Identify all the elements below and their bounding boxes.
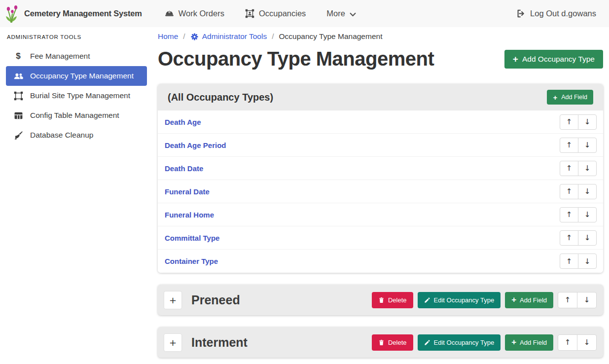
card-title: (All Occupancy Types) (168, 92, 273, 103)
sidebar-item-database-cleanup[interactable]: Database Cleanup (6, 125, 147, 145)
section-actions: Delete Edit Occupancy Type + Add Field ↑… (372, 292, 597, 308)
sign-out-icon (516, 9, 526, 18)
reorder-buttons: ↑ ↓ (560, 114, 597, 130)
top-navbar: Cemetery Management System Work Orders (0, 0, 609, 27)
plus-icon: + (511, 339, 516, 345)
arrow-up-icon: ↑ (566, 187, 573, 196)
move-up-button[interactable]: ↑ (560, 207, 578, 222)
field-link-committal-type[interactable]: Committal Type (165, 234, 219, 242)
move-down-button[interactable]: ↓ (578, 254, 597, 269)
delete-button[interactable]: Delete (372, 334, 413, 351)
breadcrumb-admin-tools-link[interactable]: Administrator Tools (190, 32, 267, 41)
all-occupancy-types-header: (All Occupancy Types) + Add Field (158, 84, 603, 110)
field-link-funeral-home[interactable]: Funeral Home (165, 211, 214, 219)
sidebar-item-fee-management[interactable]: $ Fee Management (6, 46, 147, 66)
move-down-button[interactable]: ↓ (578, 230, 597, 246)
field-row: Funeral Home ↑ ↓ (158, 203, 603, 226)
sidebar-item-config-table-management[interactable]: Config Table Management (6, 106, 147, 125)
move-down-button[interactable]: ↓ (578, 184, 597, 199)
move-up-button[interactable]: ↑ (560, 138, 578, 153)
field-row: Death Age Period ↑ ↓ (158, 134, 603, 157)
breadcrumb-home-link[interactable]: Home (158, 32, 178, 41)
add-field-button-all-types[interactable]: + Add Field (547, 90, 593, 105)
edit-occupancy-type-button[interactable]: Edit Occupancy Type (418, 292, 501, 308)
move-up-button[interactable]: ↑ (560, 230, 578, 246)
arrow-down-icon: ↓ (584, 187, 591, 196)
plus-icon: + (553, 95, 557, 100)
field-row: Funeral Date ↑ ↓ (158, 180, 603, 203)
arrow-down-icon: ↓ (584, 210, 591, 219)
users-icon (12, 72, 25, 81)
add-occupancy-type-button[interactable]: + Add Occupancy Type (504, 50, 603, 69)
move-down-button[interactable]: ↓ (578, 207, 597, 222)
section-actions: Delete Edit Occupancy Type + Add Field ↑… (372, 334, 597, 351)
broom-icon (12, 131, 25, 140)
table-icon (12, 111, 25, 120)
move-down-button[interactable]: ↓ (577, 334, 597, 351)
arrow-down-icon: ↓ (584, 233, 591, 242)
move-down-button[interactable]: ↓ (578, 138, 597, 153)
arrow-down-icon: ↓ (584, 338, 590, 347)
reorder-buttons: ↑ ↓ (560, 161, 597, 176)
all-occupancy-types-card: (All Occupancy Types) + Add Field Death … (158, 84, 603, 273)
field-link-death-date[interactable]: Death Date (165, 164, 203, 173)
move-up-button[interactable]: ↑ (560, 184, 578, 199)
move-up-button[interactable]: ↑ (560, 161, 578, 176)
nav-occupancies[interactable]: Occupancies (245, 9, 306, 18)
logout-button[interactable]: Log Out d.gowans (516, 9, 596, 18)
sidebar-item-label: Database Cleanup (30, 131, 93, 140)
move-up-button[interactable]: ↑ (560, 254, 578, 269)
trash-icon (378, 339, 385, 346)
reorder-buttons: ↑ ↓ (560, 230, 597, 246)
pencil-icon (424, 339, 430, 346)
main-content: Home / Administrat (153, 27, 609, 364)
move-up-button[interactable]: ↑ (558, 292, 577, 308)
occupancy-type-section-interment: + Interment Delete Edit Occupan (158, 327, 603, 358)
arrow-up-icon: ↑ (566, 210, 573, 219)
move-up-button[interactable]: ↑ (560, 114, 578, 130)
app-title: Cemetery Management System (24, 9, 142, 18)
add-field-button[interactable]: + Add Field (505, 292, 553, 308)
add-field-button[interactable]: + Add Field (505, 334, 553, 351)
expand-button[interactable]: + (164, 291, 181, 309)
field-row: Death Age ↑ ↓ (158, 110, 603, 134)
arrow-up-icon: ↑ (566, 257, 573, 266)
expand-button[interactable]: + (164, 334, 181, 351)
logout-label: Log Out d.gowans (530, 9, 596, 18)
nav-work-orders-label: Work Orders (179, 9, 224, 18)
move-up-button[interactable]: ↑ (558, 334, 577, 351)
edit-occupancy-type-button[interactable]: Edit Occupancy Type (418, 334, 501, 351)
nav-more[interactable]: More (326, 9, 356, 18)
delete-button[interactable]: Delete (372, 292, 413, 308)
move-down-button[interactable]: ↓ (577, 292, 597, 308)
reorder-buttons: ↑ ↓ (560, 207, 597, 222)
occupancy-type-section-preneed: + Preneed Delete Edit Occupancy (158, 285, 603, 315)
breadcrumb-current: Occupancy Type Management (279, 32, 383, 41)
field-link-funeral-date[interactable]: Funeral Date (165, 187, 210, 196)
arrow-down-icon: ↓ (584, 117, 591, 126)
section-title: Preneed (191, 293, 240, 307)
main-nav: Work Orders Occupancies M (165, 9, 356, 18)
arrow-down-icon: ↓ (584, 257, 591, 266)
arrow-up-icon: ↑ (565, 295, 571, 304)
app-brand[interactable]: Cemetery Management System (5, 4, 142, 23)
move-down-button[interactable]: ↓ (578, 161, 597, 176)
field-link-death-age[interactable]: Death Age (165, 118, 201, 126)
field-link-death-age-period[interactable]: Death Age Period (165, 141, 226, 149)
nav-work-orders[interactable]: Work Orders (165, 9, 224, 18)
reorder-buttons: ↑ ↓ (560, 138, 597, 153)
field-link-container-type[interactable]: Container Type (165, 257, 218, 265)
sidebar-item-burial-site-type-management[interactable]: Burial Site Type Management (6, 86, 147, 106)
field-row: Committal Type ↑ ↓ (158, 226, 603, 250)
sidebar-item-label: Occupancy Type Management (30, 72, 134, 80)
move-down-button[interactable]: ↓ (578, 114, 597, 130)
pencil-icon (424, 297, 430, 303)
reorder-buttons: ↑ ↓ (558, 292, 597, 308)
nav-occupancies-label: Occupancies (259, 9, 306, 18)
sidebar-heading: ADMINISTRATOR TOOLS (7, 34, 147, 40)
field-row: Death Date ↑ ↓ (158, 157, 603, 180)
sidebar-item-label: Fee Management (30, 52, 90, 61)
dollar-icon: $ (12, 51, 25, 61)
sidebar-item-occupancy-type-management[interactable]: Occupancy Type Management (6, 66, 147, 86)
arrow-up-icon: ↑ (566, 117, 573, 126)
